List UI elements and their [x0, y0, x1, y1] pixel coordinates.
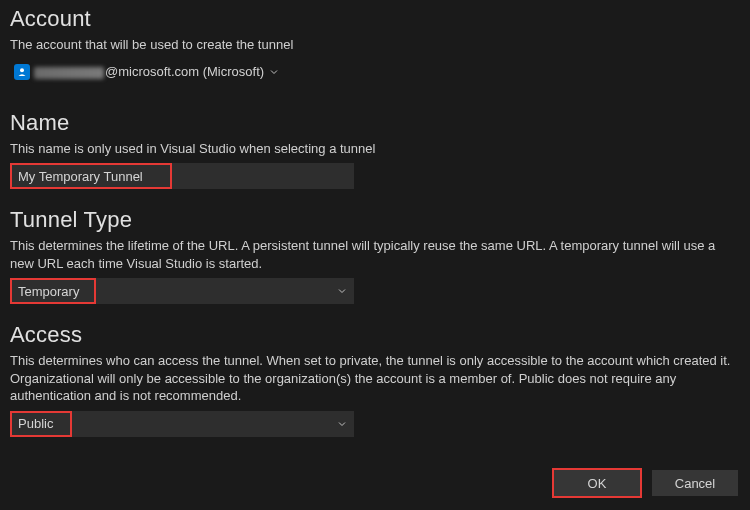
ok-button[interactable]: OK — [554, 470, 640, 496]
tunnel-type-title: Tunnel Type — [10, 207, 740, 233]
chevron-down-icon — [270, 68, 278, 76]
access-description: This determines who can access the tunne… — [10, 352, 740, 405]
account-badge-icon — [14, 64, 30, 80]
tunnel-type-value: Temporary — [18, 284, 79, 299]
name-title: Name — [10, 110, 740, 136]
access-title: Access — [10, 322, 740, 348]
name-description: This name is only used in Visual Studio … — [10, 140, 740, 158]
account-suffix: @microsoft.com (Microsoft) — [105, 64, 264, 79]
svg-point-0 — [20, 68, 24, 72]
highlight-box: OK — [552, 468, 642, 498]
account-selector[interactable]: @microsoft.com (Microsoft) — [10, 60, 284, 84]
account-description: The account that will be used to create … — [10, 36, 740, 54]
chevron-down-icon — [338, 287, 346, 295]
access-value: Public — [18, 416, 53, 431]
tunnel-name-input[interactable] — [10, 163, 354, 189]
chevron-down-icon — [338, 420, 346, 428]
access-select[interactable]: Public — [10, 411, 354, 437]
account-name-redacted — [34, 67, 104, 79]
account-title: Account — [10, 6, 740, 32]
cancel-button[interactable]: Cancel — [652, 470, 738, 496]
account-display-name: @microsoft.com (Microsoft) — [34, 64, 264, 79]
tunnel-type-description: This determines the lifetime of the URL.… — [10, 237, 740, 272]
dialog-footer: OK Cancel — [552, 468, 738, 498]
tunnel-type-select[interactable]: Temporary — [10, 278, 354, 304]
